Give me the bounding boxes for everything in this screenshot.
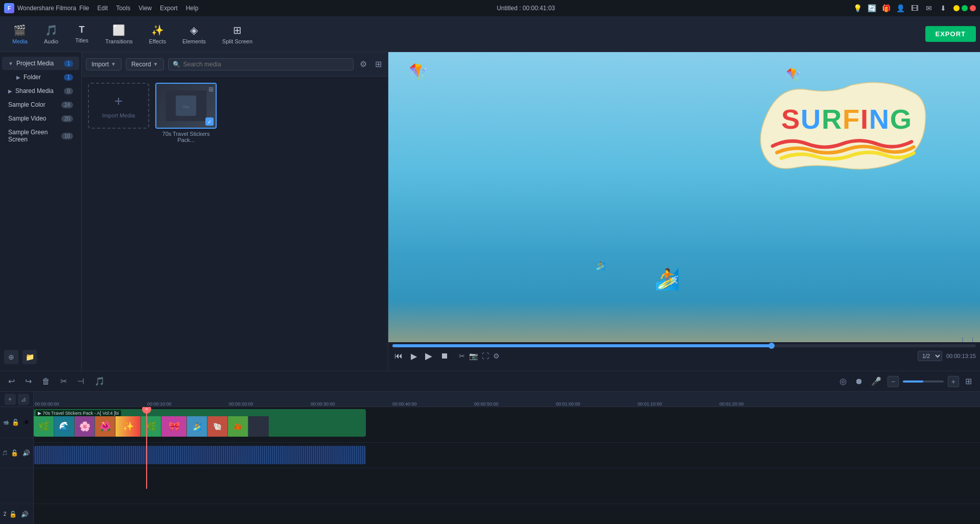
redo-button[interactable]: ↪ <box>23 374 34 388</box>
scene-cut-button[interactable]: ✂ <box>459 352 465 360</box>
media-item-sticker-pack[interactable]: 70s ⊞ ✓ 70s Travel Stickers Pack... <box>155 83 217 143</box>
timeline-ruler: 00:00:00:00 00:00:10:00 00:00:20:00 00:0… <box>34 392 980 407</box>
toolbar-effects[interactable]: ✨ Effects <box>141 21 174 47</box>
record-tl-button[interactable]: ⏺ <box>853 375 865 388</box>
timeline: ↩ ↪ 🗑 ✂ ⊣ 🎵 ◎ ⏺ 🎤 − + ⊞ + ⊿ 📹 <box>0 371 980 524</box>
lightbulb-icon[interactable]: 💡 <box>853 4 861 12</box>
bottom-lock-button[interactable]: 🔓 <box>8 510 18 519</box>
timeline-tracks: ✂ ▶ 70s Travel Stickers Pack - A[ Vol:4 … <box>34 407 980 489</box>
playhead[interactable]: ✂ <box>146 407 147 489</box>
menu-view[interactable]: View <box>138 5 152 12</box>
sidebar-item-sample-video[interactable]: Sample Video 20 <box>2 112 79 125</box>
close-button[interactable] <box>970 5 976 11</box>
record-label: Record <box>131 61 151 68</box>
undo-button[interactable]: ↩ <box>6 374 17 388</box>
sidebar-item-folder[interactable]: ▶ Folder 1 <box>2 70 79 84</box>
toolbar-transitions[interactable]: ⬜ Transitions <box>97 21 141 47</box>
ruler-mark-50: 00:00:50:00 <box>473 401 555 407</box>
zoom-in-button[interactable]: + <box>948 376 959 387</box>
toolbar-titles[interactable]: T Titles <box>66 21 97 46</box>
toolbar-media[interactable]: 🎬 Media <box>4 21 36 47</box>
sidebar-item-sample-green[interactable]: Sample Green Screen 10 <box>2 126 79 146</box>
import-dropdown[interactable]: Import ▼ <box>86 58 122 70</box>
surfing-sticker: SURFING <box>755 73 929 185</box>
grid-view-icon[interactable]: ⊞ <box>373 57 384 71</box>
delete-button[interactable]: 🗑 <box>40 375 52 388</box>
snap-button[interactable]: ⊿ <box>18 394 29 405</box>
audio-detach-button[interactable]: 🎵 <box>92 374 107 388</box>
settings-button[interactable]: ⚙ <box>493 352 500 360</box>
menu-file[interactable]: File <box>79 5 89 12</box>
minimize-button[interactable] <box>953 5 960 11</box>
menu-tools[interactable]: Tools <box>116 5 130 12</box>
bottom-mute-button[interactable]: 🔊 <box>20 510 30 519</box>
sticker-end <box>248 416 269 437</box>
right-controls: 1/2 1/4 Full 00:00:13:15 <box>918 351 976 361</box>
add-marker-button[interactable]: ◎ <box>837 374 849 388</box>
sidebar: ▼ Project Media 1 ▶ Folder 1 ▶ Shared Me… <box>0 52 82 371</box>
cut-button[interactable]: ✂ <box>58 374 69 388</box>
sidebar-item-project-media[interactable]: ▼ Project Media 1 <box>2 57 79 70</box>
preview-extra-controls: ✂ 📷 ⛶ ⚙ <box>459 352 500 360</box>
effects-icon: ✨ <box>151 24 164 36</box>
ruler-mark-10: 00:00:10:00 <box>146 401 228 407</box>
search-input[interactable] <box>183 61 349 68</box>
download-icon[interactable]: ⬇ <box>939 4 947 12</box>
timeline-header-controls: + ⊿ <box>0 392 33 407</box>
voiceover-button[interactable]: 🎤 <box>869 374 883 388</box>
filter-icon[interactable]: ⚙ <box>358 57 369 71</box>
elements-label: Elements <box>182 38 206 44</box>
preview-controls: [ ] ⏮ ▶ ▶ ⏹ ✂ 📷 ⛶ ⚙ 1/2 1/4 Ful <box>388 342 980 371</box>
search-icon: 🔍 <box>173 61 180 68</box>
play-pause-button[interactable]: ▶ <box>409 350 419 362</box>
import-media-button[interactable]: + Import Media <box>88 83 149 129</box>
video-track-controls: 📹 🔓 👁 <box>0 407 33 438</box>
progress-bar[interactable]: [ ] <box>392 344 976 347</box>
new-folder-button[interactable]: 📁 <box>22 350 37 364</box>
film-icon[interactable]: 🎞 <box>911 4 919 12</box>
menu-help[interactable]: Help <box>186 5 199 12</box>
track-lock-button[interactable]: 🔓 <box>11 418 20 427</box>
record-dropdown[interactable]: Record ▼ <box>126 58 164 70</box>
menu-edit[interactable]: Edit <box>98 5 108 12</box>
audio-lock-button[interactable]: 🔓 <box>10 448 19 458</box>
fit-timeline-button[interactable]: ⊞ <box>963 374 974 388</box>
toolbar-audio[interactable]: 🎵 Audio <box>36 21 66 47</box>
sync-icon[interactable]: 🔄 <box>868 4 876 12</box>
mail-icon[interactable]: ✉ <box>925 4 933 12</box>
sticker-3: 🌸 <box>75 416 95 437</box>
gift-icon[interactable]: 🎁 <box>882 4 890 12</box>
stop-button[interactable]: ⏹ <box>438 350 451 362</box>
new-project-button[interactable]: ⊕ <box>4 350 18 364</box>
toolbar-elements[interactable]: ◈ Elements <box>174 21 214 47</box>
ruler-mark-0: 00:00:00:00 <box>34 401 146 407</box>
add-track-button[interactable]: + <box>5 394 16 405</box>
play-button[interactable]: ▶ <box>423 349 434 363</box>
video-clip[interactable]: ▶ 70s Travel Stickers Pack - A[ Vol:4 ]b… <box>34 409 366 437</box>
toolbar-split-screen[interactable]: ⊞ Split Screen <box>214 21 261 47</box>
zoom-slider[interactable] <box>903 380 944 383</box>
menu-export[interactable]: Export <box>160 5 178 12</box>
sidebar-item-sample-color[interactable]: Sample Color 24 <box>2 98 79 111</box>
skip-back-button[interactable]: ⏮ <box>392 350 405 362</box>
screenshot-button[interactable]: 📷 <box>469 352 478 360</box>
record-arrow-icon: ▼ <box>153 61 158 67</box>
user-icon[interactable]: 👤 <box>896 4 904 12</box>
audio-track-row <box>34 443 980 468</box>
progress-thumb[interactable] <box>768 343 775 349</box>
resolution-select[interactable]: 1/2 1/4 Full <box>918 351 942 361</box>
audio-clip[interactable] <box>34 446 366 464</box>
fullscreen-button[interactable]: ⛶ <box>482 352 489 360</box>
track-eye-button[interactable]: 👁 <box>22 418 31 427</box>
sidebar-actions: ⊕ 📁 <box>0 346 82 368</box>
trim-button[interactable]: ⊣ <box>75 374 86 388</box>
audio-mute-button[interactable]: 🔊 <box>21 448 31 458</box>
maximize-button[interactable] <box>962 5 968 11</box>
ruler-mark-80: 00:01:20:00 <box>718 401 800 407</box>
sidebar-item-shared-media[interactable]: ▶ Shared Media 0 <box>2 84 79 98</box>
export-button[interactable]: EXPORT <box>925 26 976 42</box>
zoom-out-button[interactable]: − <box>888 376 899 387</box>
search-box[interactable]: 🔍 <box>168 58 354 70</box>
sample-green-label: Sample Green Screen <box>8 129 61 143</box>
bottom-track-controls: 2 🔓 🔊 <box>0 504 34 524</box>
